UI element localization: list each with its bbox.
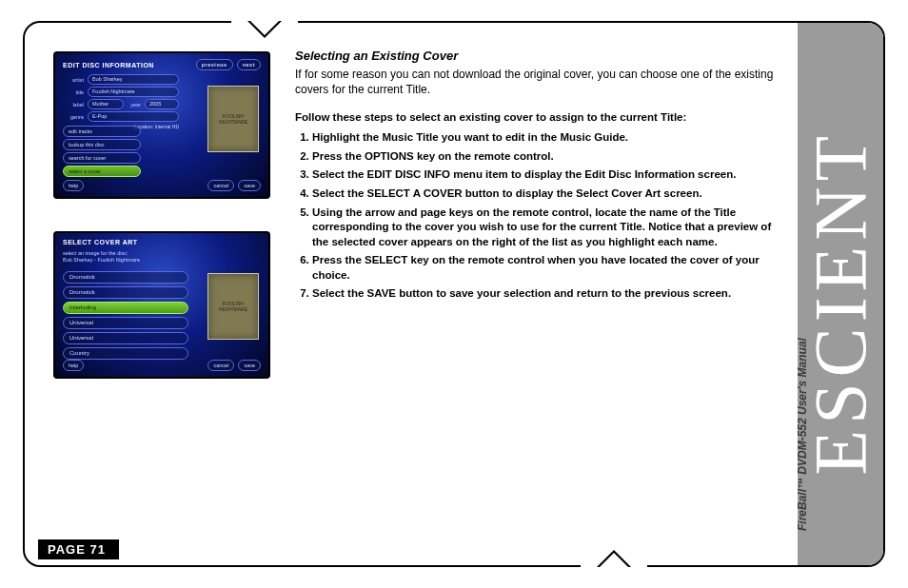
shot1-genre-field[interactable]: E-Pop [88, 111, 179, 122]
shot2-title: SELECT COVER ART [63, 239, 138, 245]
screenshots-column: EDIT DISC INFORMATION previous next arti… [53, 51, 272, 411]
shot2-sub1: select an image for the disc: [63, 250, 140, 257]
shot2-list-item[interactable]: Drumstick [63, 271, 188, 284]
step-item: Press the SELECT key on the remote contr… [312, 253, 775, 283]
steps-list: Highlight the Music Title you want to ed… [295, 130, 775, 301]
screenshot-select-cover-art: SELECT COVER ART select an image for the… [53, 231, 270, 379]
shot1-title-field[interactable]: Foolish Nightmare [88, 87, 179, 97]
shot2-cover-list: Drumstick Drumstick Interloding Universa… [63, 271, 188, 363]
shot2-help-button[interactable]: help [63, 360, 84, 371]
shot2-cancel-button[interactable]: cancel [207, 360, 234, 371]
step-item: Select the SELECT A COVER button to disp… [312, 186, 775, 202]
shot1-previous-button[interactable]: previous [196, 59, 233, 70]
shot2-list-item[interactable]: Universal [63, 317, 188, 329]
shot2-sub2: Bob Sharkey - Foolish Nightmare [63, 257, 140, 264]
shot1-genre-label: genre [63, 114, 84, 120]
steps-lead: Follow these steps to select an existing… [295, 110, 775, 126]
shot2-list-item[interactable]: Universal [63, 332, 188, 344]
shot1-search-cover-button[interactable]: search for cover [63, 152, 141, 164]
shot2-list-item[interactable]: Drumstick [63, 286, 188, 299]
step-item: Highlight the Music Title you want to ed… [312, 130, 775, 146]
content-area: EDIT DISC INFORMATION previous next arti… [53, 48, 775, 521]
shot1-edit-tracks-button[interactable]: edit tracks [63, 126, 141, 137]
shot2-list-item[interactable]: Country [63, 347, 188, 360]
shot1-label-field[interactable]: Mother West [88, 99, 124, 109]
shot1-select-cover-button[interactable]: select a cover [63, 166, 141, 177]
shot1-title-label: title [63, 89, 84, 95]
step-item: Press the OPTIONS key on the remote cont… [312, 149, 775, 165]
shot1-artist-label: artist [63, 77, 84, 83]
shot2-list-item-selected[interactable]: Interloding [63, 302, 188, 314]
shot1-cover-preview: FOOLISH NIGHTMARE [207, 86, 259, 152]
page-number: PAGE 71 [38, 539, 119, 559]
shot1-label-label: label [63, 102, 84, 108]
brand-name: ESCIENT [799, 130, 881, 476]
text-column: Selecting an Existing Cover If for some … [295, 48, 775, 305]
manual-page: ESCIENT® FireBall™ DVDM-552 User's Manua… [0, 0, 908, 588]
intro-paragraph: If for some reason you can not download … [295, 67, 775, 97]
shot1-year-label: year [128, 102, 141, 108]
shot1-save-button[interactable]: save [238, 180, 261, 191]
shot1-help-button[interactable]: help [63, 180, 84, 191]
shot2-save-button[interactable]: save [238, 360, 261, 371]
shot1-artist-field[interactable]: Bob Sharkey [88, 74, 179, 85]
section-heading: Selecting an Existing Cover [295, 48, 775, 65]
step-item: Using the arrow and page keys on the rem… [312, 206, 775, 250]
step-item: Select the EDIT DISC INFO menu item to d… [312, 167, 775, 183]
shot2-cover-preview: FOOLISH NIGHTMARE [207, 273, 259, 340]
shot1-next-button[interactable]: next [237, 59, 261, 70]
shot1-cancel-button[interactable]: cancel [207, 180, 234, 191]
screenshot-edit-disc-info: EDIT DISC INFORMATION previous next arti… [53, 51, 270, 199]
shot1-title: EDIT DISC INFORMATION [63, 62, 154, 69]
shot1-year-field[interactable]: 2005 [145, 99, 179, 109]
brand-logo: ESCIENT® [798, 113, 883, 476]
step-item: Select the SAVE button to save your sele… [312, 286, 775, 302]
brand-column: ESCIENT® [798, 23, 883, 565]
shot1-lookup-button[interactable]: lookup this disc [63, 139, 141, 150]
